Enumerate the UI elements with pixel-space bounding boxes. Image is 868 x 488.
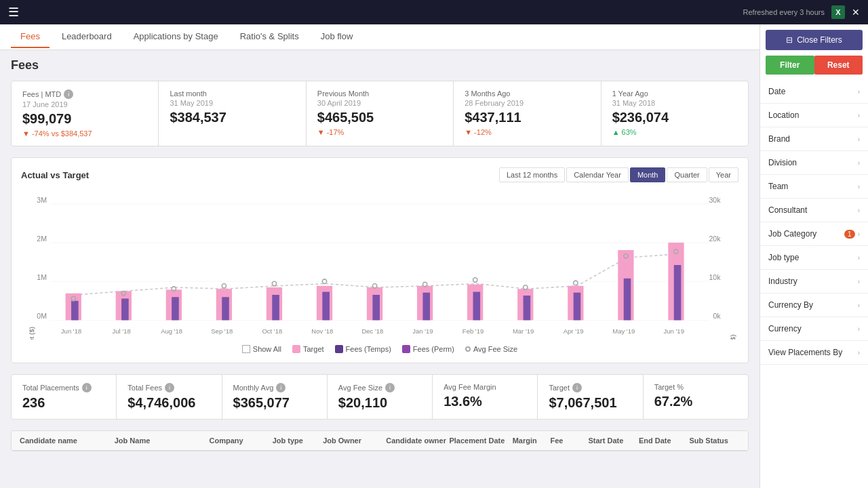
svg-text:Jun '18: Jun '18 — [61, 327, 81, 335]
svg-rect-27 — [422, 293, 430, 321]
bottom-stat-value-1: $4,746,006 — [127, 395, 210, 411]
bottom-stat-value-5: $7,067,501 — [549, 395, 631, 411]
bottom-stat-label-0: Total Placements i — [22, 383, 105, 392]
svg-text:Feb '19: Feb '19 — [462, 327, 484, 335]
filter-item-view-placements-by[interactable]: View Placements By › — [760, 341, 868, 365]
stat-value-4: $236,074 — [612, 110, 737, 125]
stat-change-0: ▼-74% vs $384,537 — [22, 129, 147, 138]
svg-text:10k: 10k — [709, 273, 722, 281]
legend-fees-perm: Fees (Perm) — [402, 345, 454, 353]
stat-change-2: ▼-17% — [317, 128, 442, 136]
info-icon-avg-fee-size[interactable]: i — [385, 383, 395, 392]
col-job-type: Job type — [273, 436, 323, 445]
chevron-right-icon: › — [858, 183, 860, 190]
bottom-stats: Total Placements i 236 Total Fees i $4,7… — [11, 374, 749, 420]
bottom-stat-label-4: Avg Fee Margin — [443, 383, 526, 391]
refresh-text: Refreshed every 3 hours — [743, 8, 825, 16]
reset-button[interactable]: Reset — [814, 56, 863, 75]
chart-title: Actual vs Target — [21, 170, 89, 180]
tab-leaderboard[interactable]: Leaderboard — [52, 26, 121, 48]
stats-row: Fees | MTD i 17 June 2019 $99,079 ▼-74% … — [11, 81, 749, 146]
info-icon-0[interactable]: i — [64, 89, 73, 99]
stat-label-4: 1 Year Ago — [612, 89, 737, 98]
filter-button[interactable]: Filter — [766, 56, 814, 75]
svg-text:Actual vs Target ($): Actual vs Target ($) — [28, 327, 35, 340]
bottom-stat-3: Avg Fee Size i $20,110 — [328, 375, 433, 419]
stat-change-4: ▲63% — [612, 128, 737, 136]
excel-icon[interactable]: X — [831, 5, 845, 19]
filter-item-division[interactable]: Division › — [760, 151, 868, 175]
stat-date-1: 31 May 2019 — [170, 99, 294, 107]
svg-text:Dec '18: Dec '18 — [361, 327, 383, 335]
svg-text:2M: 2M — [37, 235, 47, 243]
legend-fees-temps: Fees (Temps) — [335, 345, 391, 353]
chart-btn-calendar[interactable]: Calendar Year — [566, 167, 629, 182]
info-icon-monthly-avg[interactable]: i — [276, 383, 285, 392]
col-placement-date: Placement Date — [449, 436, 512, 445]
svg-text:Jul '18: Jul '18 — [113, 327, 131, 335]
filter-item-job-category[interactable]: Job Category 1 › — [760, 222, 868, 246]
bottom-stat-4: Avg Fee Margin 13.6% — [433, 375, 538, 419]
svg-text:0k: 0k — [713, 312, 721, 320]
close-filters-button[interactable]: ⊟ Close Filters — [766, 30, 863, 50]
svg-text:1M: 1M — [37, 273, 47, 281]
filter-item-date[interactable]: Date › — [760, 80, 868, 104]
svg-text:3M: 3M — [37, 195, 47, 203]
svg-text:Nov '18: Nov '18 — [311, 327, 333, 335]
info-icon-target[interactable]: i — [572, 383, 582, 392]
col-job-owner: Job Owner — [323, 436, 386, 445]
chart-btn-month[interactable]: Month — [630, 167, 666, 182]
tab-ratios-splits[interactable]: Ratio's & Splits — [231, 26, 309, 48]
filter-item-job-type[interactable]: Job type › — [760, 246, 868, 270]
filter-item-currency[interactable]: Currency › — [760, 317, 868, 341]
filter-item-industry[interactable]: Industry › — [760, 270, 868, 293]
bottom-stat-2: Monthly Avg i $365,077 — [222, 375, 328, 419]
info-icon-total-fees[interactable]: i — [165, 383, 174, 392]
chevron-right-icon: › — [858, 88, 860, 96]
chevron-right-icon: › — [858, 278, 860, 285]
bottom-stat-5: Target i $7,067,501 — [538, 375, 643, 419]
tab-applications-by-stage[interactable]: Applications by Stage — [124, 26, 228, 48]
bottom-stat-1: Total Fees i $4,746,006 — [117, 375, 222, 419]
bottom-stat-label-1: Total Fees i — [127, 383, 210, 392]
chevron-right-icon: › — [858, 136, 860, 143]
stat-card-3: 3 Months Ago 28 February 2019 $437,111 ▼… — [454, 81, 601, 146]
info-icon-placements[interactable]: i — [82, 383, 92, 392]
filter-item-team[interactable]: Team › — [760, 175, 868, 199]
bottom-stat-label-3: Avg Fee Size i — [338, 383, 421, 392]
filter-item-brand[interactable]: Brand › — [760, 127, 868, 151]
legend-fees-perm-icon — [402, 345, 410, 353]
legend-fees-temps-icon — [335, 345, 343, 353]
stat-card-1: Last month 31 May 2019 $384,537 — [159, 81, 306, 146]
stat-date-4: 31 May 2018 — [612, 99, 737, 107]
chart-btn-quarter[interactable]: Quarter — [667, 167, 707, 182]
chart-btn-12months[interactable]: Last 12 months — [499, 167, 565, 182]
filter-item-currency-by[interactable]: Currency By › — [760, 293, 868, 317]
chevron-right-icon: › — [858, 302, 860, 309]
close-icon[interactable]: ✕ — [852, 7, 860, 18]
legend-check-icon[interactable] — [242, 345, 250, 353]
chevron-right-icon: › — [858, 230, 860, 238]
bottom-stat-value-6: 67.2% — [654, 394, 737, 409]
legend-show-all-label: Show All — [253, 345, 281, 353]
chevron-right-icon: › — [858, 112, 860, 119]
svg-text:Apr '19: Apr '19 — [564, 327, 584, 335]
stat-card-0: Fees | MTD i 17 June 2019 $99,079 ▼-74% … — [12, 81, 159, 146]
tab-job-flow[interactable]: Job flow — [311, 26, 363, 48]
svg-text:Jan '19: Jan '19 — [412, 327, 433, 335]
svg-text:0M: 0M — [37, 312, 47, 320]
stat-date-2: 30 April 2019 — [317, 99, 442, 107]
tab-fees[interactable]: Fees — [11, 26, 50, 48]
svg-text:30k: 30k — [709, 195, 722, 203]
bottom-stat-label-2: Monthly Avg i — [233, 383, 316, 392]
right-sidebar: ⊟ Close Filters Filter Reset Date › Loca… — [760, 24, 868, 488]
menu-icon[interactable]: ☰ — [8, 5, 19, 20]
page-title: Fees — [11, 58, 749, 73]
chart-btn-year[interactable]: Year — [709, 167, 738, 182]
filter-item-consultant[interactable]: Consultant › — [760, 199, 868, 222]
filter-item-location[interactable]: Location › — [760, 104, 868, 127]
bar-fees-0 — [71, 301, 79, 321]
svg-rect-21 — [272, 295, 279, 320]
bottom-stat-label-5: Target i — [549, 383, 631, 392]
svg-text:Sep '18: Sep '18 — [211, 327, 233, 335]
